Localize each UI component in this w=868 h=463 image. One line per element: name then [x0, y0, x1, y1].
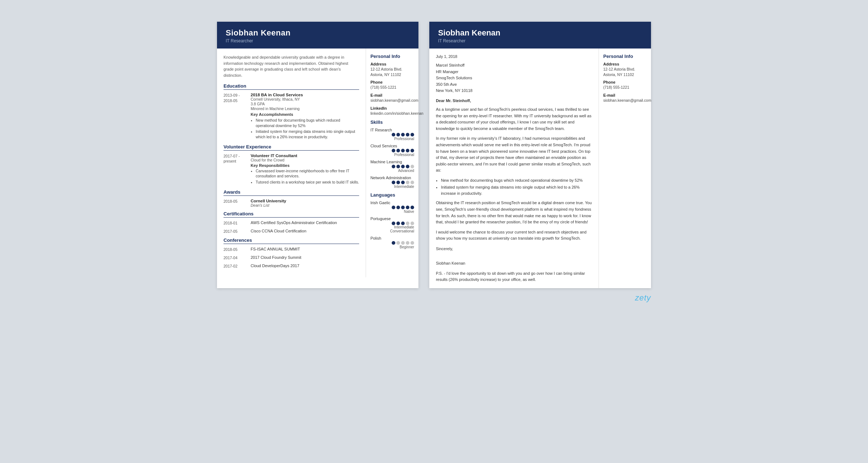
lang-irish-gaelic: Irish Gaelic Native [370, 201, 414, 214]
dot [406, 222, 409, 225]
skill-level-4: Intermediate [370, 185, 414, 189]
cl-greeting: Dear Mr. Steinhoff, [436, 98, 592, 103]
award-content: Cornell University Dean's List [251, 199, 359, 207]
cl-signature: Siobhan Keenan [436, 261, 465, 265]
conf-entry-2: 2017-04 2017 Cloud Foundry Summit [224, 255, 359, 261]
email-value: siobhan.keenan@gmail.com [370, 98, 414, 103]
resume-summary: Knowledgeable and dependable university … [224, 54, 359, 78]
address-value: 12-12 Astoria Blvd.Astoria, NY 11102 [370, 67, 414, 77]
dot [406, 206, 409, 209]
edu-gpa: 3.8 GPA [251, 102, 359, 106]
lang-name-1: Irish Gaelic [370, 201, 414, 205]
dot [401, 149, 405, 152]
cl-title: IT Researcher [438, 38, 642, 43]
dot [401, 222, 405, 225]
cl-bullet-2: Initiated system for merging data stream… [441, 184, 592, 196]
vol-bullet-1: Canvassed lower-income neighborhoods to … [256, 168, 359, 179]
conf-date-2: 2017-04 [224, 255, 247, 261]
cert-entry-2: 2017-05 Cisco CCNA Cloud Certification [224, 229, 359, 234]
dot [410, 206, 414, 209]
dot [392, 181, 395, 184]
recipient-city: New York, NY 10118 [436, 88, 472, 93]
vol-entry: 2017-07 -present Volunteer IT Consultant… [224, 153, 359, 186]
dot [401, 241, 405, 245]
cl-recipient: Marcel Steinhoff HR Manager SmogTech Sol… [436, 62, 592, 94]
skill-name-2: Cloud Services [370, 144, 414, 148]
award-entry: 2018-05 Cornell University Dean's List [224, 199, 359, 207]
lang-polish: Polish Beginner [370, 236, 414, 249]
cl-address-label: Address [603, 62, 647, 66]
cl-address-group: Address 12-12 Astoria Blvd.Astoria, NY 1… [603, 62, 647, 77]
dot [396, 222, 400, 225]
cl-bullet-1: New method for documenting bugs which re… [441, 177, 592, 184]
resume-body: Knowledgeable and dependable university … [217, 49, 418, 277]
lang-sublabel-2: Intermediate Conversational [370, 225, 414, 233]
cl-email-group: E-mail siobhan.keenan@gmail.com [603, 93, 647, 103]
conf-name-1: FS-ISAC ANNUAL SUMMIT [251, 247, 359, 252]
dot [396, 133, 400, 136]
dot [401, 133, 405, 136]
linkedin-group: LinkedIn linkedin.com/in/siobhan.keenan [370, 106, 414, 116]
cl-para-4: I would welcome the chance to discuss yo… [436, 229, 592, 242]
lang-dots-1 [370, 206, 414, 209]
conf-entry-3: 2017-02 Cloud DeveloperDays 2017 [224, 264, 359, 269]
edu-minor: Minored in Machine Learning [251, 106, 359, 111]
cl-main: July 1, 2018 Marcel Steinhoff HR Manager… [429, 49, 599, 288]
address-group: Address 12-12 Astoria Blvd.Astoria, NY 1… [370, 62, 414, 77]
lang-portuguese: Portuguese Intermediate Conversational [370, 216, 414, 233]
cl-phone-group: Phone (718) 555-1221 [603, 80, 647, 90]
dot [406, 181, 409, 184]
edu-degree: 2018 BA in Cloud Services [251, 93, 359, 97]
vol-bullet-2: Tutored clients in a workshop twice per … [256, 180, 359, 185]
cl-sidebar: Personal Info Address 12-12 Astoria Blvd… [599, 49, 651, 288]
dot [396, 206, 400, 209]
edu-accomplishments-title: Key Accomplishments [251, 112, 359, 117]
cert-date-2: 2017-05 [224, 229, 247, 234]
dot [401, 206, 405, 209]
cl-header: Siobhan Keenan IT Researcher [429, 22, 651, 49]
awards-section-title: Awards [224, 189, 359, 196]
skill-cloud-services: Cloud Services Professional [370, 144, 414, 157]
education-section-title: Education [224, 83, 359, 90]
conf-entry-1: 2018-05 FS-ISAC ANNUAL SUMMIT [224, 247, 359, 252]
resume-title: IT Researcher [226, 38, 410, 43]
brand-logo: zety [635, 293, 651, 303]
email-label: E-mail [370, 93, 414, 97]
resume-sidebar: Personal Info Address 12-12 Astoria Blvd… [366, 49, 418, 277]
languages-title: Languages [370, 192, 414, 198]
dot [406, 149, 409, 152]
dot [396, 181, 400, 184]
skill-it-research: IT Research Professional [370, 128, 414, 141]
dot [392, 133, 395, 136]
edu-bullet-2: Initiated system for merging data stream… [256, 129, 359, 139]
lang-dots-3 [370, 241, 414, 245]
dot [410, 133, 414, 136]
cl-name: Siobhan Keenan [438, 28, 642, 38]
skills-title: Skills [370, 119, 414, 125]
conf-date-1: 2018-05 [224, 247, 247, 252]
edu-date: 2013-09 -2018-05 [224, 93, 247, 140]
dot [392, 222, 395, 225]
cl-bullets: New method for documenting bugs which re… [436, 177, 592, 197]
dot [410, 181, 414, 184]
skill-name-3: Machine Learning [370, 160, 414, 164]
skill-level-3: Advanced [370, 169, 414, 173]
dot [392, 149, 395, 152]
cl-closing: Sincerely, Siobhan Keenan [436, 245, 592, 267]
cl-date: July 1, 2018 [436, 54, 592, 59]
address-label: Address [370, 62, 414, 66]
cert-date-1: 2018-01 [224, 220, 247, 226]
vol-content: Volunteer IT Consultant Cloud for the Cr… [251, 153, 359, 186]
dot [406, 165, 409, 168]
recipient-role: HR Manager [436, 70, 458, 74]
vol-responsibilities-title: Key Responsibilities [251, 163, 359, 168]
dot [406, 133, 409, 136]
resume-header: Siobhan Keenan IT Researcher [217, 22, 418, 49]
cl-phone-value: (718) 555-1221 [603, 85, 647, 90]
dot [396, 165, 400, 168]
conf-date-3: 2017-02 [224, 264, 247, 269]
dot [401, 181, 405, 184]
dot [410, 241, 414, 245]
cl-email-value: siobhan.keenan@gmail.com [603, 98, 647, 103]
volunteer-section-title: Volunteer Experience [224, 144, 359, 151]
